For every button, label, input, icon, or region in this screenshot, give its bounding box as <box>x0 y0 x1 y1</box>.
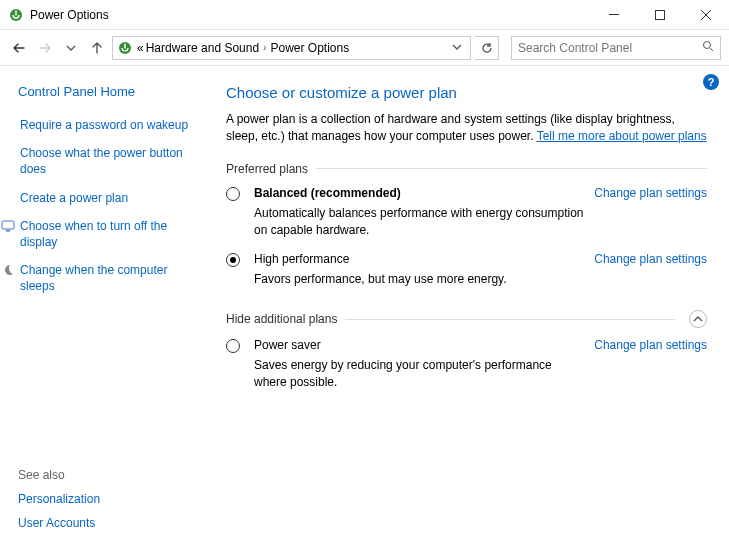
see-also-user-accounts[interactable]: User Accounts <box>18 516 200 530</box>
svg-rect-5 <box>124 43 125 48</box>
intro-text: A power plan is a collection of hardware… <box>226 111 707 146</box>
breadcrumb-item-1[interactable]: Power Options <box>270 41 349 55</box>
change-plan-settings-link[interactable]: Change plan settings <box>594 338 707 352</box>
titlebar: Power Options <box>0 0 729 30</box>
moon-icon <box>0 262 16 278</box>
sidebar-link-sleep[interactable]: Change when the computer sleeps <box>18 262 200 294</box>
see-also: See also Personalization User Accounts <box>18 448 200 530</box>
sidebar-item-label: Choose what the power button does <box>20 145 200 177</box>
page-title: Choose or customize a power plan <box>226 84 707 101</box>
refresh-button[interactable] <box>475 36 499 60</box>
radio-power-saver[interactable] <box>226 339 240 353</box>
plan-name[interactable]: Power saver <box>254 338 586 352</box>
plan-high-performance: High performance Change plan settings Fa… <box>226 252 707 288</box>
change-plan-settings-link[interactable]: Change plan settings <box>594 186 707 200</box>
preferred-plans-label: Preferred plans <box>226 162 308 176</box>
plan-desc: Favors performance, but may use more ene… <box>254 271 586 288</box>
forward-button[interactable] <box>34 37 56 59</box>
breadcrumb-dropdown[interactable] <box>452 41 466 55</box>
sidebar-link-create-plan[interactable]: Create a power plan <box>18 190 200 206</box>
search-input[interactable] <box>518 41 698 55</box>
plan-desc: Saves energy by reducing your computer's… <box>254 357 586 391</box>
main-content: Choose or customize a power plan A power… <box>212 66 729 542</box>
additional-plans-label: Hide additional plans <box>226 312 337 326</box>
power-options-icon <box>117 40 133 56</box>
sidebar: Control Panel Home Require a password on… <box>0 66 212 542</box>
power-options-icon <box>8 7 24 23</box>
svg-point-6 <box>704 42 711 49</box>
plan-desc: Automatically balances performance with … <box>254 205 586 239</box>
additional-plans-header[interactable]: Hide additional plans <box>226 310 707 328</box>
breadcrumb-item-0[interactable]: Hardware and Sound <box>146 41 259 55</box>
sidebar-item-label: Choose when to turn off the display <box>20 218 200 250</box>
toolbar: « Hardware and Sound › Power Options <box>0 30 729 66</box>
back-button[interactable] <box>8 37 30 59</box>
radio-high-performance[interactable] <box>226 253 240 267</box>
up-button[interactable] <box>86 37 108 59</box>
plan-balanced: Balanced (recommended) Change plan setti… <box>226 186 707 239</box>
sidebar-item-label: Require a password on wakeup <box>20 117 188 133</box>
plan-name[interactable]: High performance <box>254 252 586 266</box>
control-panel-home-link[interactable]: Control Panel Home <box>18 84 200 99</box>
sidebar-links: Require a password on wakeup Choose what… <box>18 117 200 295</box>
display-icon <box>0 218 16 234</box>
sidebar-item-label: Change when the computer sleeps <box>20 262 200 294</box>
sidebar-item-label: Create a power plan <box>20 190 128 206</box>
window-controls <box>591 0 729 30</box>
sidebar-link-power-button[interactable]: Choose what the power button does <box>18 145 200 177</box>
divider <box>316 168 707 169</box>
minimize-button[interactable] <box>591 0 637 30</box>
plan-name[interactable]: Balanced (recommended) <box>254 186 586 200</box>
see-also-header: See also <box>18 468 200 482</box>
see-also-personalization[interactable]: Personalization <box>18 492 200 506</box>
search-icon[interactable] <box>702 40 714 55</box>
svg-rect-8 <box>6 230 10 232</box>
chevron-up-icon[interactable] <box>689 310 707 328</box>
radio-balanced[interactable] <box>226 187 240 201</box>
breadcrumb-prefix: « <box>137 41 144 55</box>
window-title: Power Options <box>30 8 109 22</box>
search-box[interactable] <box>511 36 721 60</box>
maximize-button[interactable] <box>637 0 683 30</box>
svg-rect-1 <box>15 10 16 15</box>
sidebar-link-require-password[interactable]: Require a password on wakeup <box>18 117 200 133</box>
change-plan-settings-link[interactable]: Change plan settings <box>594 252 707 266</box>
breadcrumb[interactable]: « Hardware and Sound › Power Options <box>112 36 471 60</box>
recent-dropdown[interactable] <box>60 37 82 59</box>
close-button[interactable] <box>683 0 729 30</box>
chevron-right-icon: › <box>261 42 268 53</box>
preferred-plans-header: Preferred plans <box>226 162 707 176</box>
svg-rect-2 <box>609 14 619 15</box>
divider <box>345 319 675 320</box>
svg-rect-3 <box>656 10 665 19</box>
svg-rect-7 <box>2 221 14 229</box>
sidebar-link-display-off[interactable]: Choose when to turn off the display <box>18 218 200 250</box>
plan-power-saver: Power saver Change plan settings Saves e… <box>226 338 707 391</box>
learn-more-link[interactable]: Tell me more about power plans <box>537 129 707 143</box>
